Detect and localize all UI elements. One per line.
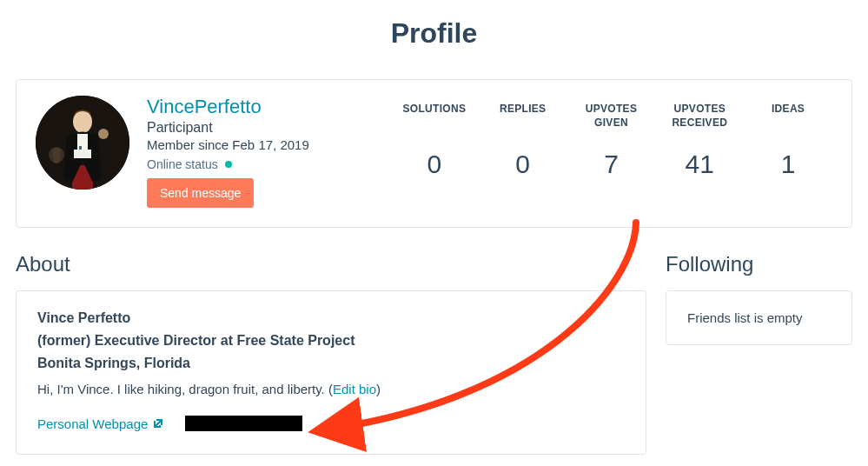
friends-empty-text: Friends list is empty [687, 310, 831, 325]
send-message-button[interactable]: Send message [147, 178, 254, 208]
stats-row: SOLUTIONS 0 REPLIES 0 UPVOTES GIVEN 7 UP… [390, 96, 832, 179]
stat-label: UPVOTES RECEIVED [655, 103, 744, 130]
bio-suffix: ) [376, 382, 381, 396]
svg-rect-5 [74, 150, 91, 158]
online-status-label: Online status [147, 157, 218, 171]
personal-webpage-link[interactable]: Personal Webpage [37, 416, 163, 431]
bio-text: Hi, I'm Vince. I like hiking, dragon fru… [37, 382, 333, 396]
avatar[interactable] [36, 96, 129, 190]
stat-label: REPLIES [479, 103, 567, 130]
avatar-wrap [36, 96, 129, 190]
stat-value: 0 [390, 150, 479, 179]
about-column: About Vince Perfetto (former) Executive … [16, 252, 646, 455]
stat-ideas: IDEAS 1 [744, 103, 832, 179]
about-title: (former) Executive Director at Free Stat… [37, 333, 625, 349]
about-location: Bonita Springs, Florida [37, 356, 625, 371]
stat-value: 7 [567, 150, 656, 179]
svg-point-7 [98, 129, 109, 139]
page-title: Profile [16, 17, 852, 50]
stat-label: UPVOTES GIVEN [567, 103, 656, 130]
stat-solutions: SOLUTIONS 0 [390, 103, 479, 179]
about-card: Vince Perfetto (former) Executive Direct… [16, 290, 646, 455]
stat-label: SOLUTIONS [390, 103, 479, 130]
stat-label-line: UPVOTES [586, 103, 637, 115]
username[interactable]: VincePerfetto [147, 96, 390, 118]
external-link-icon [153, 418, 163, 429]
user-info: VincePerfetto Participant Member since F… [147, 96, 390, 208]
webpage-label: Personal Webpage [37, 416, 148, 431]
stat-label: IDEAS [744, 103, 832, 130]
stat-value: 0 [479, 150, 567, 179]
online-status-icon [225, 161, 232, 168]
stat-upvotes-received: UPVOTES RECEIVED 41 [655, 103, 744, 179]
about-bio: Hi, I'm Vince. I like hiking, dragon fru… [37, 382, 625, 396]
stat-label-line: RECEIVED [672, 116, 727, 129]
about-heading: About [16, 252, 646, 276]
redacted-link [185, 416, 302, 431]
stat-label-line: UPVOTES [674, 103, 726, 115]
stat-value: 41 [655, 150, 744, 179]
member-since: Member since Feb 17, 2019 [147, 137, 390, 152]
edit-bio-link[interactable]: Edit bio [333, 382, 376, 396]
svg-rect-3 [77, 134, 88, 151]
following-heading: Following [666, 252, 852, 276]
following-card: Friends list is empty [666, 290, 852, 345]
online-status-row: Online status [147, 157, 390, 171]
stat-upvotes-given: UPVOTES GIVEN 7 [567, 103, 656, 179]
stat-replies: REPLIES 0 [479, 103, 567, 179]
following-column: Following Friends list is empty [666, 252, 852, 345]
stat-label-line: GIVEN [594, 116, 628, 129]
stat-value: 1 [744, 150, 832, 179]
svg-point-2 [73, 110, 92, 133]
link-row: Personal Webpage [37, 416, 625, 431]
user-role: Participant [147, 120, 390, 136]
about-name: Vince Perfetto [37, 310, 625, 326]
profile-card: VincePerfetto Participant Member since F… [16, 79, 852, 228]
